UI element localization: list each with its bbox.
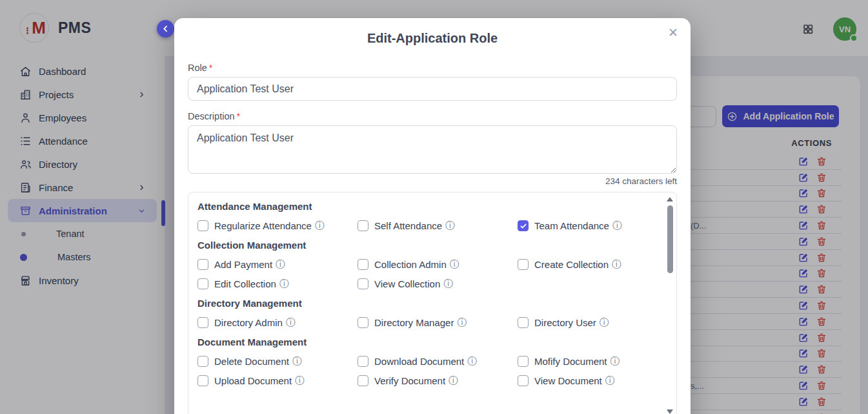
permission-label: Delete Document: [214, 356, 289, 367]
permission-label: View Document: [534, 375, 602, 386]
info-icon[interactable]: ⓘ: [467, 357, 477, 366]
permissions-scrollbar[interactable]: [665, 194, 674, 414]
permission-group-title: Document Management: [197, 336, 654, 347]
permission-label: Create Collection: [534, 259, 609, 270]
permission-checkbox-item[interactable]: Team Attendanceⓘ: [518, 220, 654, 231]
info-icon[interactable]: ⓘ: [449, 376, 458, 386]
close-icon[interactable]: ✕: [665, 25, 681, 41]
info-icon[interactable]: ⓘ: [600, 318, 609, 327]
checkbox[interactable]: [358, 317, 368, 328]
permission-checkbox-item[interactable]: Delete Documentⓘ: [197, 356, 358, 367]
edit-application-role-modal: Edit-Application Role ✕ Role* Descriptio…: [174, 18, 691, 414]
checkbox[interactable]: [518, 220, 529, 231]
permission-checkbox-item[interactable]: View Collectionⓘ: [358, 278, 518, 289]
permission-label: Edit Collection: [214, 278, 276, 289]
permission-label: Download Document: [374, 356, 464, 367]
permission-groups: Attendance ManagementRegularize Attendan…: [197, 201, 654, 386]
checkbox[interactable]: [197, 278, 208, 289]
scroll-down-icon[interactable]: [667, 409, 673, 414]
permission-checkbox-item[interactable]: Directory Userⓘ: [518, 317, 654, 328]
checkbox[interactable]: [197, 220, 208, 231]
scroll-up-icon[interactable]: [667, 197, 673, 202]
permission-label: Mofify Document: [534, 356, 607, 367]
scrollbar-thumb[interactable]: [667, 205, 673, 273]
characters-left-counter: 234 characters left: [188, 176, 677, 186]
permission-checkbox-item[interactable]: Collection Adminⓘ: [358, 259, 518, 270]
chevron-left-icon: [161, 25, 170, 33]
permission-label: Self Attendance: [374, 220, 442, 231]
permission-label: Directory User: [534, 317, 596, 328]
info-icon[interactable]: ⓘ: [292, 357, 302, 366]
sidebar-collapse-button[interactable]: [157, 20, 174, 37]
checkbox[interactable]: [197, 375, 208, 386]
info-icon[interactable]: ⓘ: [612, 260, 621, 269]
info-icon[interactable]: ⓘ: [457, 318, 467, 327]
permission-group: Directory ManagementDirectory AdminⓘDire…: [197, 298, 654, 328]
info-icon[interactable]: ⓘ: [279, 279, 289, 289]
checkbox[interactable]: [518, 317, 529, 328]
info-icon[interactable]: ⓘ: [445, 221, 455, 231]
permission-checkbox-item[interactable]: Edit Collectionⓘ: [197, 278, 358, 289]
info-icon[interactable]: ⓘ: [605, 376, 615, 386]
checkbox[interactable]: [518, 259, 529, 270]
description-field-label: Description*: [188, 111, 677, 121]
permission-group: Collection ManagementAdd PaymentⓘCollect…: [197, 240, 654, 289]
info-icon[interactable]: ⓘ: [295, 376, 305, 386]
checkbox[interactable]: [358, 356, 368, 367]
permission-group: Document ManagementDelete DocumentⓘDownl…: [197, 336, 654, 386]
checkbox[interactable]: [197, 317, 208, 328]
checkbox[interactable]: [197, 259, 208, 270]
permission-checkbox-item[interactable]: Self Attendanceⓘ: [358, 220, 518, 231]
permission-label: View Collection: [374, 278, 440, 289]
permission-label: Directory Manager: [374, 317, 454, 328]
info-icon[interactable]: ⓘ: [443, 279, 453, 289]
permission-label: Regularize Attendance: [214, 220, 312, 231]
permission-checkbox-item[interactable]: Add Paymentⓘ: [197, 259, 358, 270]
info-icon[interactable]: ⓘ: [286, 318, 296, 327]
permission-group-title: Attendance Management: [197, 201, 654, 212]
checkbox[interactable]: [518, 375, 529, 386]
permission-checkbox-item[interactable]: Regularize Attendanceⓘ: [197, 220, 358, 231]
role-input[interactable]: [188, 77, 677, 101]
required-asterisk: *: [209, 63, 213, 73]
permission-label: Team Attendance: [534, 220, 609, 231]
role-field-label: Role*: [188, 63, 677, 73]
info-icon[interactable]: ⓘ: [450, 260, 459, 269]
checkbox[interactable]: [358, 375, 368, 386]
info-icon[interactable]: ⓘ: [612, 221, 622, 231]
permission-group: Attendance ManagementRegularize Attendan…: [197, 201, 654, 231]
checkbox[interactable]: [518, 356, 529, 367]
info-icon[interactable]: ⓘ: [276, 260, 285, 269]
permission-group-title: Directory Management: [197, 298, 654, 309]
permissions-panel: Attendance ManagementRegularize Attendan…: [188, 192, 677, 414]
required-asterisk: *: [237, 111, 241, 121]
description-textarea[interactable]: [188, 125, 677, 174]
permission-checkbox-item[interactable]: Download Documentⓘ: [358, 356, 518, 367]
permission-label: Upload Document: [214, 375, 292, 386]
permission-checkbox-item[interactable]: Upload Documentⓘ: [197, 375, 358, 386]
checkbox[interactable]: [197, 356, 208, 367]
permission-label: Add Payment: [214, 259, 272, 270]
checkbox[interactable]: [358, 259, 368, 270]
permission-checkbox-item[interactable]: Verify Documentⓘ: [358, 375, 518, 386]
permission-checkbox-item[interactable]: View Documentⓘ: [518, 375, 654, 386]
info-icon[interactable]: ⓘ: [315, 221, 325, 231]
permission-group-title: Collection Management: [197, 240, 654, 251]
permission-label: Directory Admin: [214, 317, 283, 328]
permission-checkbox-item[interactable]: Mofify Documentⓘ: [518, 356, 654, 367]
checkbox[interactable]: [358, 278, 368, 289]
permission-checkbox-item[interactable]: Create Collectionⓘ: [518, 259, 654, 270]
permission-checkbox-item[interactable]: Directory Adminⓘ: [197, 317, 358, 328]
info-icon[interactable]: ⓘ: [611, 357, 620, 366]
permission-checkbox-item[interactable]: Directory Managerⓘ: [358, 317, 518, 328]
permission-label: Collection Admin: [374, 259, 447, 270]
checkbox[interactable]: [358, 220, 368, 231]
permission-label: Verify Document: [374, 375, 445, 386]
modal-title: Edit-Application Role: [174, 18, 691, 46]
